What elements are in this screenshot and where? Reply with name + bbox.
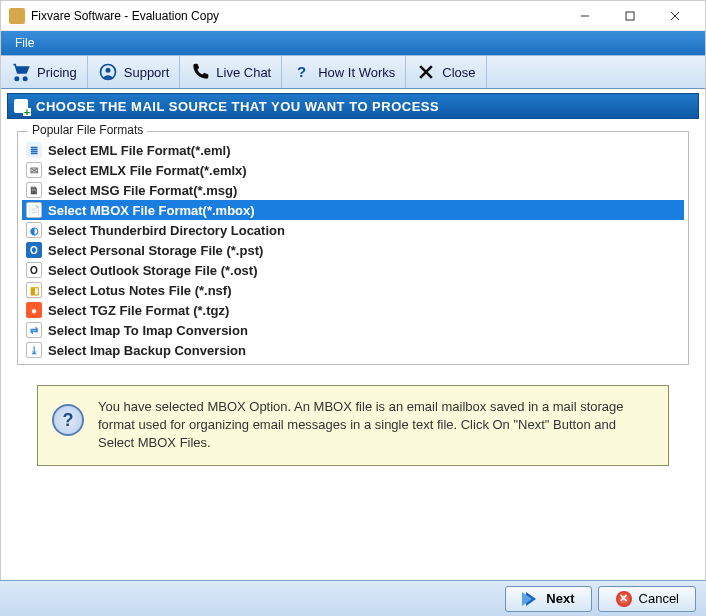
- format-item-emlx[interactable]: ✉Select EMLX File Format(*.emlx): [22, 160, 684, 180]
- imap-icon: ⇄: [26, 322, 42, 338]
- close-icon: [416, 62, 436, 82]
- cancel-label: Cancel: [639, 591, 679, 606]
- pst-icon: O: [26, 242, 42, 258]
- cancel-button[interactable]: ✕ Cancel: [598, 586, 696, 612]
- window-title: Fixvare Software - Evaluation Copy: [31, 9, 562, 23]
- format-item-ost[interactable]: OSelect Outlook Storage File (*.ost): [22, 260, 684, 280]
- support-label: Support: [124, 65, 170, 80]
- menubar: File: [1, 31, 705, 55]
- format-item-tgz[interactable]: ●Select TGZ File Format (*.tgz): [22, 300, 684, 320]
- svg-rect-1: [626, 12, 634, 20]
- info-panel: ? You have selected MBOX Option. An MBOX…: [37, 385, 669, 466]
- format-item-label: Select Personal Storage File (*.pst): [48, 243, 263, 258]
- format-item-nsf[interactable]: ◧Select Lotus Notes File (*.nsf): [22, 280, 684, 300]
- howitworks-button[interactable]: ? How It Works: [282, 56, 406, 88]
- imapbk-icon: ⤓: [26, 342, 42, 358]
- format-item-label: Select MSG File Format(*.msg): [48, 183, 237, 198]
- minimize-button[interactable]: [562, 2, 607, 30]
- format-item-msg[interactable]: 🗎Select MSG File Format(*.msg): [22, 180, 684, 200]
- question-icon: ?: [292, 62, 312, 82]
- toolbar: Pricing Support Live Chat ? How It Works…: [1, 55, 705, 89]
- popular-file-formats-group: Popular File Formats ≣Select EML File Fo…: [17, 131, 689, 365]
- menu-file[interactable]: File: [7, 34, 42, 52]
- tgz-icon: ●: [26, 302, 42, 318]
- pricing-button[interactable]: Pricing: [1, 56, 88, 88]
- maximize-button[interactable]: [607, 2, 652, 30]
- format-item-mbox[interactable]: 📄Select MBOX File Format(*.mbox): [22, 200, 684, 220]
- msg-icon: 🗎: [26, 182, 42, 198]
- format-item-label: Select Lotus Notes File (*.nsf): [48, 283, 231, 298]
- pricing-label: Pricing: [37, 65, 77, 80]
- format-item-imap[interactable]: ⇄Select Imap To Imap Conversion: [22, 320, 684, 340]
- support-icon: [98, 62, 118, 82]
- next-label: Next: [546, 591, 574, 606]
- format-item-imapbk[interactable]: ⤓Select Imap Backup Conversion: [22, 340, 684, 360]
- nsf-icon: ◧: [26, 282, 42, 298]
- format-item-label: Select TGZ File Format (*.tgz): [48, 303, 229, 318]
- format-item-label: Select Thunderbird Directory Location: [48, 223, 285, 238]
- popular-legend: Popular File Formats: [28, 123, 147, 137]
- ost-icon: O: [26, 262, 42, 278]
- app-icon: [9, 8, 25, 24]
- eml-icon: ≣: [26, 142, 42, 158]
- support-button[interactable]: Support: [88, 56, 181, 88]
- format-item-label: Select MBOX File Format(*.mbox): [48, 203, 255, 218]
- format-item-label: Select EMLX File Format(*.emlx): [48, 163, 247, 178]
- info-text: You have selected MBOX Option. An MBOX f…: [98, 398, 654, 453]
- livechat-label: Live Chat: [216, 65, 271, 80]
- format-item-label: Select Imap Backup Conversion: [48, 343, 246, 358]
- info-icon: ?: [52, 404, 84, 436]
- format-item-label: Select EML File Format(*.eml): [48, 143, 231, 158]
- cart-icon: [11, 62, 31, 82]
- section-icon: [14, 99, 28, 113]
- close-button[interactable]: Close: [406, 56, 486, 88]
- section-header: CHOOSE THE MAIL SOURCE THAT YOU WANT TO …: [7, 93, 699, 119]
- format-item-eml[interactable]: ≣Select EML File Format(*.eml): [22, 140, 684, 160]
- titlebar: Fixvare Software - Evaluation Copy: [1, 1, 705, 31]
- format-item-label: Select Imap To Imap Conversion: [48, 323, 248, 338]
- next-button[interactable]: Next: [505, 586, 591, 612]
- format-item-pst[interactable]: OSelect Personal Storage File (*.pst): [22, 240, 684, 260]
- close-window-button[interactable]: [652, 2, 697, 30]
- livechat-button[interactable]: Live Chat: [180, 56, 282, 88]
- phone-icon: [190, 62, 210, 82]
- format-item-label: Select Outlook Storage File (*.ost): [48, 263, 257, 278]
- cancel-icon: ✕: [615, 590, 633, 608]
- emlx-icon: ✉: [26, 162, 42, 178]
- format-list: ≣Select EML File Format(*.eml)✉Select EM…: [22, 140, 684, 360]
- section-title: CHOOSE THE MAIL SOURCE THAT YOU WANT TO …: [36, 99, 439, 114]
- footer-bar: Next ✕ Cancel: [0, 580, 706, 616]
- svg-text:?: ?: [297, 63, 306, 80]
- mbox-icon: 📄: [26, 202, 42, 218]
- close-label: Close: [442, 65, 475, 80]
- tbird-icon: ◐: [26, 222, 42, 238]
- svg-point-5: [105, 68, 110, 73]
- next-icon: [522, 590, 540, 608]
- howitworks-label: How It Works: [318, 65, 395, 80]
- format-item-tbird[interactable]: ◐Select Thunderbird Directory Location: [22, 220, 684, 240]
